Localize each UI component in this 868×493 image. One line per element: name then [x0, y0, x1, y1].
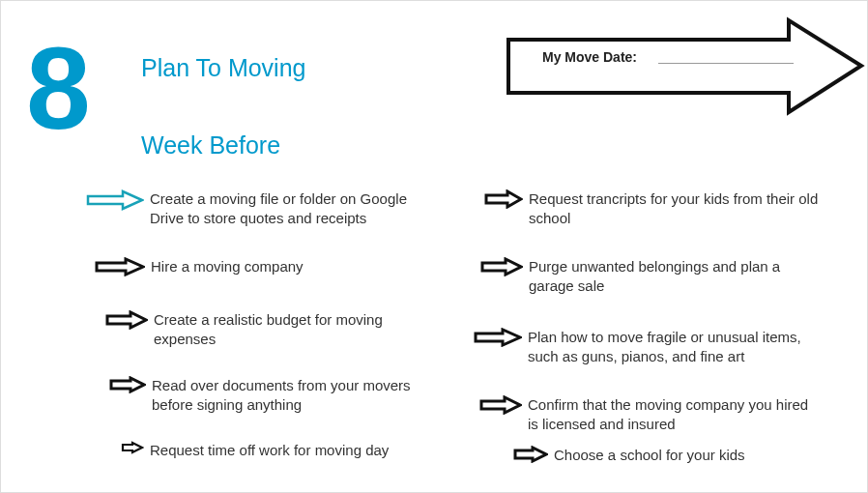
checklist-item: Request trancripts for your kids from th… [484, 189, 819, 229]
checklist-item-text: Request trancripts for your kids from th… [529, 189, 819, 229]
checklist-item: Purge unwanted belongings and plan a gar… [480, 257, 819, 297]
checklist-item-text: Purge unwanted belongings and plan a gar… [529, 257, 819, 297]
arrow-right-icon [479, 395, 522, 419]
title-week-before: Week Before [141, 131, 280, 160]
checklist-item: Plan how to move fragile or unusual item… [474, 328, 818, 367]
arrow-right-icon [105, 310, 148, 334]
title-plan-to-moving: Plan To Moving [141, 54, 305, 82]
arrow-right-icon [121, 441, 144, 458]
checklist-item-text: Choose a school for your kids [554, 446, 745, 465]
checklist-item: Create a realistic budget for moving exp… [105, 310, 444, 350]
move-date-blank-line [658, 63, 794, 64]
checklist-item-text: Create a realistic budget for moving exp… [154, 310, 444, 350]
week-number: 8 [26, 30, 91, 146]
checklist-item: Read over documents from your movers bef… [109, 376, 442, 416]
arrow-right-icon [109, 376, 146, 397]
arrow-right-icon [513, 446, 548, 467]
checklist-item-text: Request time off work for moving day [150, 441, 389, 460]
move-date-arrow [499, 15, 866, 117]
checklist-item-text: Hire a moving company [151, 257, 304, 276]
arrow-right-icon [95, 257, 145, 280]
checklist-item: Hire a moving company [95, 257, 304, 280]
checklist-item: Confirm that the moving company you hire… [479, 395, 818, 435]
checklist-item-text: Create a moving file or folder on Google… [150, 189, 440, 229]
checklist-item: Choose a school for your kids [513, 446, 745, 467]
checklist-item: Request time off work for moving day [121, 441, 389, 460]
move-date-label: My Move Date: [542, 49, 637, 65]
checklist-item-text: Confirm that the moving company you hire… [528, 395, 818, 435]
arrow-right-icon [484, 189, 523, 213]
checklist-item-text: Read over documents from your movers bef… [152, 376, 442, 416]
checklist-item-text: Plan how to move fragile or unusual item… [528, 328, 818, 367]
arrow-right-icon [86, 189, 144, 215]
arrow-right-icon [480, 257, 523, 280]
arrow-right-icon [474, 328, 522, 351]
checklist-item: Create a moving file or folder on Google… [86, 189, 440, 229]
